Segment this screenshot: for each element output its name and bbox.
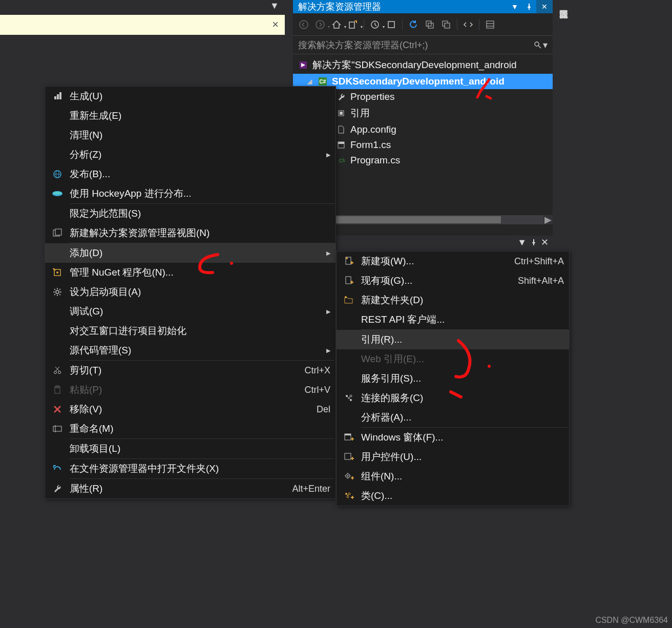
menu-item[interactable]: 新建解决方案资源管理器视图(N) (45, 223, 335, 243)
svg-rect-5 (426, 21, 431, 26)
globe-icon (45, 169, 70, 179)
config-file-icon (336, 124, 346, 135)
collapse-all-icon[interactable] (422, 17, 437, 32)
solutions-icon[interactable] (384, 17, 399, 32)
menu-item[interactable]: 重命名(M) (45, 419, 335, 438)
solution-node[interactable]: 解决方案"SDKSecondaryDevelopment_android (293, 56, 553, 74)
properties-icon[interactable] (482, 17, 498, 32)
menu-item[interactable]: 限定为此范围(S) (45, 204, 335, 223)
panel-dropdown-icon[interactable]: ▼ (517, 237, 527, 248)
references-icon (336, 108, 346, 118)
menu-item[interactable]: 在文件资源管理器中打开文件夹(X) (45, 459, 335, 478)
solution-search[interactable]: 搜索解决方案资源管理器(Ctrl+;) ▾ (293, 36, 553, 54)
pin-icon[interactable] (522, 0, 536, 13)
menu-item[interactable]: 用户控件(U)... (337, 447, 569, 467)
menu-item-label: 生成(U) (70, 90, 330, 103)
menu-item[interactable]: 发布(B)... (45, 164, 335, 184)
csharp-project-icon: C# (318, 76, 328, 87)
close-icon[interactable]: ✕ (541, 237, 549, 248)
menu-item[interactable]: 组件(N)... (337, 467, 569, 486)
menu-item-label: 新建文件夹(D) (361, 294, 564, 307)
home-icon[interactable]: ▾ (329, 17, 344, 32)
menu-item[interactable]: 清理(N) (45, 125, 335, 145)
menu-item-label: 设为启动项目(A) (70, 285, 330, 299)
show-all-icon[interactable] (438, 17, 454, 32)
menu-item[interactable]: 管理 NuGet 程序包(N)... (45, 263, 335, 282)
menu-item[interactable]: 分析(Z)▶ (45, 145, 335, 164)
menu-item[interactable]: 分析器(A)... (337, 408, 569, 427)
menu-item[interactable]: 服务引用(S)... (337, 369, 569, 388)
form-file-icon (336, 140, 346, 150)
menu-item[interactable]: 重新生成(E) (45, 106, 335, 125)
menu-item[interactable]: 属性(R)Alt+Enter (45, 479, 335, 498)
svg-rect-4 (388, 22, 394, 28)
pending-changes-icon[interactable]: ▾ (367, 17, 383, 32)
submenu-arrow-icon: ▶ (322, 250, 330, 257)
menu-item-label: 粘贴(P) (70, 383, 304, 396)
menu-item[interactable]: 新建文件夹(D) (337, 290, 569, 310)
menu-shortcut: Ctrl+V (304, 385, 330, 395)
menu-item[interactable]: 类(C)... (337, 486, 569, 506)
menu-item-label: 调试(G) (70, 305, 322, 318)
menu-item[interactable]: 新建项(W)...Ctrl+Shift+A (337, 252, 569, 271)
svg-point-0 (300, 20, 308, 29)
search-icon[interactable]: ▾ (534, 39, 548, 51)
pin-icon[interactable] (531, 239, 537, 245)
menu-item-label: 服务引用(S)... (361, 372, 564, 385)
cs-file-icon: c# (336, 155, 346, 165)
menu-item[interactable]: 引用(R)... (337, 330, 569, 349)
menu-item[interactable]: 设为启动项目(A) (45, 282, 335, 302)
menu-item[interactable]: 移除(V)Del (45, 400, 335, 419)
addform-icon (337, 433, 361, 442)
submenu-arrow-icon: ▶ (322, 308, 330, 315)
expand-icon[interactable]: ◢ (307, 78, 313, 85)
menu-item[interactable]: 连接的服务(C) (337, 388, 569, 408)
svg-rect-48 (346, 277, 351, 284)
menu-item[interactable]: Windows 窗体(F)... (337, 428, 569, 447)
svg-line-54 (348, 396, 350, 399)
menu-item[interactable]: REST API 客户端... (337, 310, 569, 329)
menu-item[interactable]: 调试(G)▶ (45, 302, 335, 321)
forward-icon[interactable]: ▾ (312, 17, 328, 32)
toolbar-overflow-dropdown[interactable]: ▼ (270, 1, 277, 7)
menu-item[interactable]: 现有项(G)...Shift+Alt+A (337, 271, 569, 290)
team-explorer-tab[interactable]: 团队资源管理器 (553, 0, 570, 61)
menu-item-label: 使用 HockeyApp 进行分布... (70, 187, 330, 200)
menu-item-label: 清理(N) (70, 129, 330, 142)
menu-item[interactable]: 源代码管理(S)▶ (45, 341, 335, 360)
wrench-icon (336, 92, 346, 102)
menu-item-label: 现有项(G)... (361, 274, 518, 287)
close-icon[interactable]: × (272, 18, 279, 31)
svg-point-47 (346, 257, 348, 259)
panel-title-bar: 解决方案资源管理器 ▼ ✕ (293, 0, 553, 13)
scroll-right-icon[interactable]: ▶ (543, 215, 553, 224)
menu-item-label: Windows 窗体(F)... (361, 431, 564, 444)
back-icon[interactable] (296, 17, 311, 32)
cut-icon (45, 365, 70, 375)
menu-item-label: 添加(D) (70, 246, 322, 260)
tree-item-label: 引用 (350, 107, 370, 120)
menu-item[interactable]: 生成(U) (45, 87, 335, 106)
svg-point-33 (56, 271, 58, 274)
menu-item-label: 分析(Z) (70, 148, 322, 161)
menu-item-label: 剪切(T) (70, 364, 304, 377)
menu-item-label: 连接的服务(C) (361, 391, 564, 405)
view-code-icon[interactable] (460, 17, 476, 32)
menu-shortcut: Shift+Alt+A (518, 276, 564, 286)
tree-item-label: Properties (350, 91, 395, 102)
menu-item[interactable]: 使用 HockeyApp 进行分布... (45, 184, 335, 203)
panel-dropdown-icon[interactable]: ▼ (508, 0, 522, 13)
close-panel-icon[interactable]: ✕ (536, 0, 553, 13)
svg-point-36 (54, 371, 57, 374)
menu-item-label: Web 引用(E)... (361, 352, 564, 366)
menu-item[interactable]: 添加(D)▶ (45, 243, 335, 263)
sync-icon[interactable]: ▾ (345, 17, 361, 32)
solution-toolbar: ▾ ▾ ▾ ▾ (293, 13, 553, 36)
refresh-icon[interactable] (406, 17, 421, 32)
menu-item[interactable]: 对交互窗口进行项目初始化 (45, 321, 335, 341)
svg-point-1 (316, 20, 324, 29)
menu-item[interactable]: 卸载项目(L) (45, 439, 335, 458)
menu-item-label: 用户控件(U)... (361, 450, 564, 464)
menu-item[interactable]: 剪切(T)Ctrl+X (45, 361, 335, 380)
menu-item-label: 新建项(W)... (361, 255, 514, 268)
